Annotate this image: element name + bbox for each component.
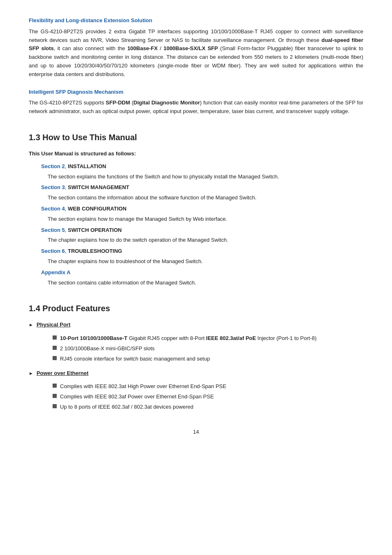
physical-port-title: Physical Port (37, 321, 70, 329)
toc-label-section5: SWITCH OPERATION (68, 227, 122, 233)
list-item: 10-Port 10/100/1000Base-T Gigabit RJ45 c… (53, 334, 363, 343)
toc-item-section6: Section 6, TROUBLESHOOTING (29, 247, 363, 256)
toc-comma4: , (65, 227, 68, 233)
poe-list: Complies with IEEE 802.3at High Power ov… (29, 382, 363, 411)
sfp-heading: Intelligent SFP Diagnosis Mechanism (29, 88, 363, 97)
physical-item-2: 2 100/1000Base-X mini-GBIC/SFP slots (60, 345, 154, 353)
page-number: 14 (29, 428, 363, 437)
list-item: RJ45 console interface for switch basic … (53, 355, 363, 363)
bullet-icon (53, 394, 57, 398)
physical-item-3: RJ45 console interface for switch basic … (60, 355, 210, 363)
chapter-14: 1.4 Product Features ► Physical Port 10-… (29, 302, 363, 411)
toc-link-section3[interactable]: Section 3 (41, 184, 65, 190)
bullet-icon (53, 404, 57, 408)
bullet-icon (53, 384, 57, 388)
chapter-13: 1.3 How to Use This Manual This User Man… (29, 131, 363, 287)
toc-desc-section2: The section explains the functions of th… (29, 173, 363, 181)
poe-category: ► Power over Ethernet (29, 369, 363, 378)
sfp-text: The GS-4210-8P2T2S supports SFP-DDM (Dig… (29, 99, 363, 116)
toc-link-section5[interactable]: Section 5 (41, 227, 65, 233)
toc-label-section2: INSTALLATION (68, 163, 106, 169)
toc-item-appendixa: Appendix A (29, 268, 363, 277)
bullet-icon (53, 346, 57, 350)
chapter-13-intro: This User Manual is structured as follow… (29, 150, 363, 158)
toc-label-section6: TROUBLESHOOTING (68, 248, 122, 254)
physical-port-list: 10-Port 10/100/1000Base-T Gigabit RJ45 c… (29, 334, 363, 363)
toc-item-section3: Section 3, SWITCH MANAGEMENT (29, 183, 363, 192)
toc-label-section3: SWITCH MANAGEMENT (68, 184, 129, 190)
poe-item-2: Complies with IEEE 802.3af Power over Et… (60, 393, 214, 401)
toc-link-section6[interactable]: Section 6 (41, 248, 65, 254)
flexibility-section: Flexibility and Long-distance Extension … (29, 16, 363, 79)
poe-title: Power over Ethernet (37, 369, 88, 378)
toc-link-section2[interactable]: Section 2 (41, 163, 65, 169)
toc-comma3: , (65, 206, 68, 212)
arrow-icon-poe: ► (29, 370, 33, 377)
toc-desc-section6: The chapter explains how to troubleshoot… (29, 257, 363, 266)
flexibility-text: The GS-4210-8P2T2S provides 2 extra Giga… (29, 28, 363, 79)
poe-item-3: Up to 8 ports of IEEE 802.3af / 802.3at … (60, 403, 193, 412)
physical-item-1: 10-Port 10/100/1000Base-T Gigabit RJ45 c… (60, 334, 316, 343)
list-item: Up to 8 ports of IEEE 802.3af / 802.3at … (53, 403, 363, 412)
poe-item-1: Complies with IEEE 802.3at High Power ov… (60, 382, 226, 391)
toc-comma5: , (65, 248, 68, 254)
toc-link-appendixa[interactable]: Appendix A (41, 269, 71, 275)
toc-item-section4: Section 4, WEB CONFIGURATION (29, 205, 363, 213)
arrow-icon-physical: ► (29, 321, 33, 329)
toc-link-section4[interactable]: Section 4 (41, 206, 65, 212)
list-item: Complies with IEEE 802.3at High Power ov… (53, 382, 363, 391)
sfp-section: Intelligent SFP Diagnosis Mechanism The … (29, 88, 363, 116)
toc-comma2: , (65, 184, 68, 190)
toc-item-section2: Section 2, INSTALLATION (29, 162, 363, 171)
list-item: Complies with IEEE 802.3af Power over Et… (53, 393, 363, 401)
toc-item-section5: Section 5, SWITCH OPERATION (29, 226, 363, 235)
bullet-icon (53, 356, 57, 360)
chapter-13-title: 1.3 How to Use This Manual (29, 131, 363, 144)
toc-desc-appendixa: The section contains cable information o… (29, 279, 363, 287)
bullet-icon (53, 335, 57, 340)
toc-label-section4: WEB CONFIGURATION (68, 206, 127, 212)
list-item: 2 100/1000Base-X mini-GBIC/SFP slots (53, 345, 363, 353)
physical-port-category: ► Physical Port (29, 321, 363, 329)
chapter-14-title: 1.4 Product Features (29, 302, 363, 315)
toc-desc-section4: The section explains how to manage the M… (29, 215, 363, 224)
toc-comma: , (65, 163, 68, 169)
toc-desc-section5: The chapter explains how to do the switc… (29, 236, 363, 245)
toc-desc-section3: The section contains the information abo… (29, 194, 363, 202)
flexibility-heading: Flexibility and Long-distance Extension … (29, 16, 363, 25)
